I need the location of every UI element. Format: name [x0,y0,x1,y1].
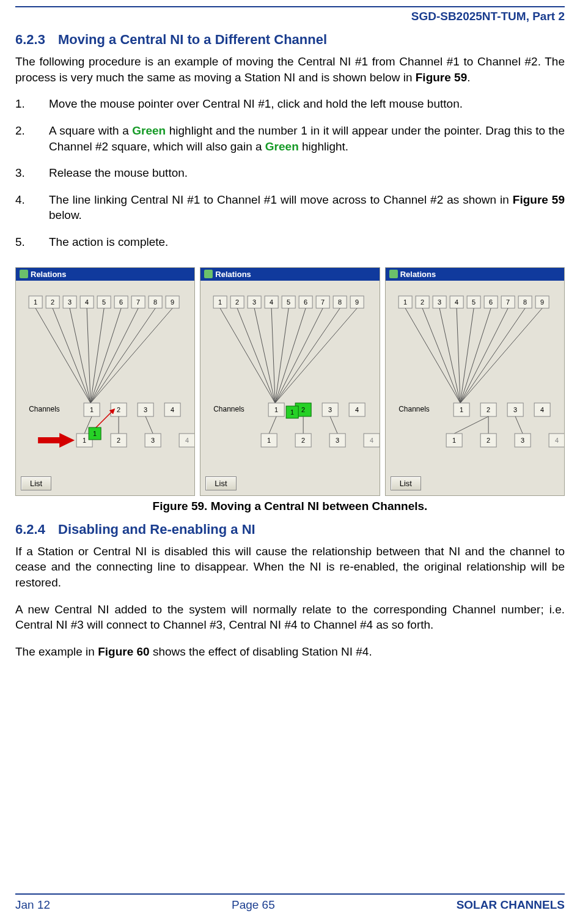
panel-titlebar: Relations [386,268,564,281]
svg-line-18 [35,308,90,403]
svg-text:1: 1 [34,298,37,306]
svg-text:3: 3 [438,298,441,306]
svg-text:2: 2 [486,437,490,444]
svg-text:4: 4 [555,437,559,444]
svg-text:9: 9 [355,298,359,306]
svg-text:8: 8 [523,298,527,306]
figure-59-panels: Relations 1 2 3 [15,267,565,496]
svg-text:6: 6 [489,298,493,306]
svg-text:4: 4 [171,406,174,413]
svg-text:1: 1 [93,430,97,437]
top-nodes[interactable]: 1 2 3 4 5 6 7 8 9 [29,296,179,308]
svg-text:1: 1 [452,437,456,444]
svg-text:5: 5 [102,298,106,306]
svg-line-85 [330,416,337,434]
channels-label: Channels [29,405,60,413]
svg-text:4: 4 [270,298,273,306]
svg-text:5: 5 [472,298,475,306]
svg-text:7: 7 [506,298,510,306]
relations-panel-2: Relations 1 2 3 4 5 6 7 8 9 [200,267,380,496]
svg-text:3: 3 [68,298,72,306]
heading-text: Disabling and Re-enabling a NI [58,522,255,537]
svg-line-19 [53,308,90,403]
relations-icon [204,270,213,278]
svg-text:3: 3 [336,437,339,444]
list-button[interactable]: List [391,476,421,490]
svg-text:8: 8 [338,298,342,306]
relations-icon [389,270,398,278]
svg-line-133 [515,416,523,434]
channel-nodes[interactable]: 1 2 3 4 [84,403,180,416]
heading-number: 6.2.4 [15,522,58,538]
svg-text:9: 9 [171,298,174,306]
svg-line-24 [90,308,138,403]
intro-paragraph: The following procedure is an example of… [15,54,565,85]
svg-line-121 [460,308,542,403]
svg-text:1: 1 [90,406,94,413]
svg-text:Channels: Channels [213,405,244,413]
svg-line-120 [460,308,525,403]
figure-ref-60: Figure 60 [98,645,149,658]
list-button[interactable]: List [205,476,236,490]
header-rule [15,6,565,7]
section-624-p2: A new Central NI added to the system wil… [15,602,565,633]
step-2: A square with a Green highlight and the … [15,123,565,154]
page-footer: Jan 12 Page 65 SOLAR CHANNELS [15,898,565,912]
svg-line-25 [90,308,155,403]
step-1: Move the mouse pointer over Central NI #… [15,96,565,112]
svg-text:4: 4 [540,406,544,413]
relations-panel-3: Relations 1 2 3 4 5 6 7 8 9 [385,267,565,496]
svg-text:2: 2 [235,298,239,306]
svg-text:7: 7 [321,298,325,306]
svg-line-113 [405,308,460,403]
svg-text:2: 2 [486,406,490,413]
svg-line-118 [460,308,491,403]
svg-text:Channels: Channels [398,405,430,413]
svg-text:2: 2 [51,298,54,306]
document-id: SGD-SB2025NT-TUM, Part 2 [15,10,565,23]
svg-text:4: 4 [455,298,458,306]
section-624-p3: The example in Figure 60 shows the effec… [15,644,565,660]
svg-line-22 [90,308,104,403]
svg-line-70 [275,308,306,403]
svg-text:1: 1 [403,298,407,306]
step-4: The line linking Central NI #1 to Channe… [15,192,565,223]
svg-text:4: 4 [355,406,359,413]
svg-text:3: 3 [151,437,155,444]
heading-6-2-3: 6.2.3Moving a Central NI to a Different … [15,32,565,48]
svg-line-131 [454,416,488,434]
svg-text:1: 1 [83,437,86,444]
panel-titlebar: Relations [200,268,379,281]
svg-text:4: 4 [185,437,189,444]
svg-text:6: 6 [304,298,307,306]
svg-text:6: 6 [119,298,123,306]
svg-line-37 [145,416,153,434]
footer-rule [15,893,565,895]
list-button[interactable]: List [21,476,51,490]
svg-line-69 [275,308,288,403]
svg-line-65 [220,308,275,403]
svg-text:3: 3 [513,406,517,413]
figure-ref-59: Figure 59 [513,193,565,206]
red-block-arrow-icon [38,433,75,448]
svg-text:1: 1 [460,406,463,413]
svg-text:1: 1 [290,408,294,416]
panel-title-text: Relations [400,270,436,279]
svg-line-73 [275,308,357,403]
panel-title-text: Relations [215,270,251,279]
svg-line-117 [460,308,474,403]
svg-text:2: 2 [420,298,424,306]
section-624-p1: If a Station or Central NI is disabled t… [15,544,565,591]
svg-line-114 [422,308,460,403]
svg-text:9: 9 [540,298,544,306]
footer-date: Jan 12 [15,898,50,912]
svg-text:3: 3 [328,406,332,413]
svg-line-83 [269,416,276,434]
heading-6-2-4: 6.2.4Disabling and Re-enabling a NI [15,522,565,538]
green-word: Green [265,140,299,153]
svg-text:4: 4 [85,298,89,306]
svg-text:3: 3 [144,406,147,413]
heading-number: 6.2.3 [15,32,58,48]
svg-text:3: 3 [252,298,256,306]
footer-section: SOLAR CHANNELS [457,898,565,912]
